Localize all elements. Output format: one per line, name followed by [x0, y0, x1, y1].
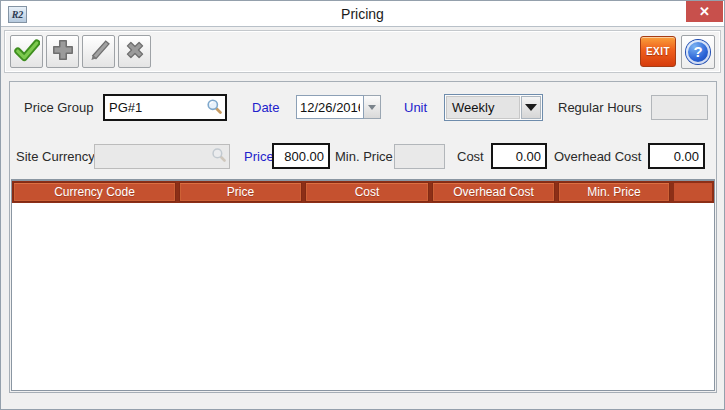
currency-table-header: Currency Code Price Cost Overhead Cost M… — [11, 181, 715, 203]
price-group-field — [103, 94, 227, 121]
unit-label: Unit — [404, 100, 427, 115]
currency-table-body — [11, 203, 715, 391]
column-header-min-price[interactable]: Min. Price — [558, 182, 670, 202]
min-price-label: Min. Price — [335, 149, 393, 164]
price-group-label: Price Group — [24, 100, 93, 115]
overhead-cost-input[interactable] — [648, 143, 705, 169]
date-label: Date — [252, 100, 279, 115]
price-input[interactable] — [272, 143, 330, 169]
close-icon: ✕ — [699, 4, 710, 19]
column-header-cost[interactable]: Cost — [305, 182, 429, 202]
x-icon — [122, 37, 148, 66]
search-icon — [211, 147, 226, 166]
cost-input[interactable] — [491, 143, 547, 169]
unit-combo[interactable]: Weekly — [444, 94, 543, 121]
unit-selected-value: Weekly — [446, 96, 520, 119]
toolbar: EXIT ? — [4, 30, 721, 73]
pencil-icon — [86, 37, 112, 66]
column-header-currency-code[interactable]: Currency Code — [13, 182, 176, 202]
ok-button[interactable] — [10, 35, 43, 68]
chevron-down-icon — [525, 104, 537, 111]
regular-hours-input — [651, 95, 708, 120]
exit-button[interactable]: EXIT — [640, 36, 676, 67]
edit-button[interactable] — [82, 35, 115, 68]
column-header-price[interactable]: Price — [179, 182, 302, 202]
date-field — [296, 95, 381, 119]
app-icon: R2 — [8, 6, 27, 23]
search-icon[interactable] — [206, 98, 222, 118]
window-title: Pricing — [61, 1, 664, 27]
question-icon: ? — [686, 40, 710, 64]
site-currency-field — [94, 144, 230, 169]
date-input[interactable] — [296, 95, 364, 119]
regular-hours-label: Regular Hours — [558, 100, 642, 115]
chevron-down-icon — [368, 105, 376, 110]
titlebar: R2 Pricing ✕ — [1, 1, 724, 27]
unit-dropdown-button[interactable] — [521, 96, 541, 119]
pricing-window: R2 Pricing ✕ — [0, 0, 725, 410]
column-header-overhead-cost[interactable]: Overhead Cost — [432, 182, 555, 202]
cost-label: Cost — [457, 149, 484, 164]
delete-button[interactable] — [118, 35, 151, 68]
price-label: Price — [244, 149, 274, 164]
column-header-filler — [673, 182, 713, 202]
site-currency-label: Site Currency — [16, 149, 95, 164]
price-group-input[interactable] — [105, 100, 206, 115]
check-icon — [14, 37, 40, 66]
add-button[interactable] — [46, 35, 79, 68]
date-dropdown-button[interactable] — [364, 95, 381, 119]
pricing-form-panel: Price Group Date Unit Weekly — [9, 81, 717, 393]
currency-table: Currency Code Price Cost Overhead Cost M… — [11, 179, 715, 391]
exit-icon: EXIT — [646, 46, 670, 57]
site-currency-input — [95, 149, 211, 164]
min-price-input — [394, 144, 445, 169]
overhead-cost-label: Overhead Cost — [554, 149, 641, 164]
plus-icon — [50, 37, 76, 66]
close-button[interactable]: ✕ — [686, 1, 723, 22]
help-button[interactable]: ? — [681, 35, 715, 69]
